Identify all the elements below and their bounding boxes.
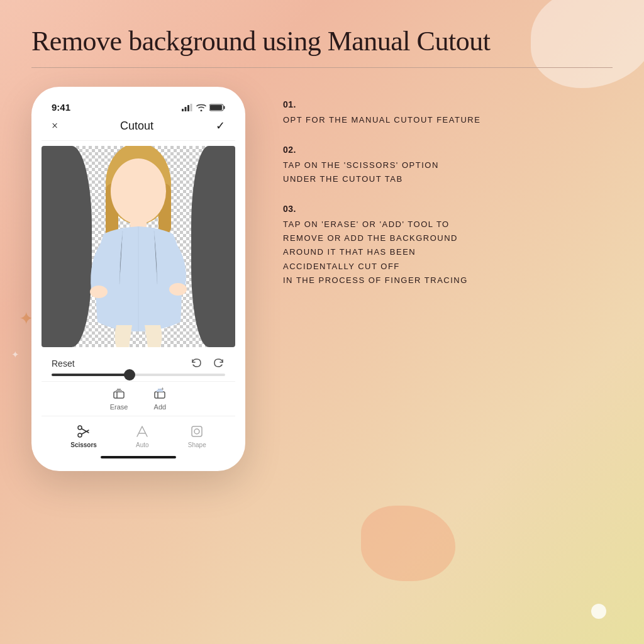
slider-track xyxy=(52,374,225,376)
erase-tool[interactable]: Erase xyxy=(110,387,128,411)
svg-text:+: + xyxy=(161,387,164,392)
svg-point-23 xyxy=(194,429,199,434)
slider-fill xyxy=(52,374,130,376)
phone-status-bar: 9:41 xyxy=(42,97,235,115)
svg-rect-5 xyxy=(224,106,225,109)
svg-rect-2 xyxy=(187,105,189,111)
instruction-3-text: TAP ON 'ERASE' OR 'ADD' TOOL TOREMOVE OR… xyxy=(283,218,613,287)
svg-rect-15 xyxy=(114,392,124,398)
instruction-1-text: OPT FOR THE MANUAL CUTOUT FEATURE xyxy=(283,113,613,127)
undo-redo-buttons xyxy=(190,357,225,370)
slider-thumb[interactable] xyxy=(124,369,135,380)
signal-icon xyxy=(182,104,193,111)
header-title: Cutout xyxy=(120,119,153,133)
auto-nav-label: Auto xyxy=(136,441,149,448)
page-title: Remove background using Manual Cutout xyxy=(31,25,613,57)
erase-add-tools: Erase + Add xyxy=(42,381,235,416)
phone-status-icons xyxy=(182,104,225,111)
instructions-panel: 01. OPT FOR THE MANUAL CUTOUT FEATURE 02… xyxy=(283,87,613,305)
instruction-1: 01. OPT FOR THE MANUAL CUTOUT FEATURE xyxy=(283,99,613,127)
erase-label: Erase xyxy=(110,403,128,411)
auto-nav-icon xyxy=(135,424,150,439)
redo-button[interactable] xyxy=(213,357,225,370)
auto-nav-item[interactable]: Auto xyxy=(135,424,150,448)
shape-nav-item[interactable]: Shape xyxy=(188,424,206,448)
reset-label[interactable]: Reset xyxy=(52,358,75,369)
svg-rect-6 xyxy=(210,105,222,110)
scissors-nav-label: Scissors xyxy=(70,441,97,448)
svg-rect-22 xyxy=(192,426,202,436)
phone-time: 9:41 xyxy=(52,102,70,113)
add-tool[interactable]: + Add xyxy=(153,387,167,411)
phone-mockup: 9:41 xyxy=(31,87,245,471)
scissors-nav-item[interactable]: Scissors xyxy=(70,424,97,448)
shape-nav-icon xyxy=(189,424,204,439)
svg-rect-0 xyxy=(182,109,184,111)
content-area: 9:41 xyxy=(31,87,613,471)
svg-rect-3 xyxy=(191,104,192,111)
title-divider xyxy=(31,67,613,68)
person-figure-svg xyxy=(79,146,198,347)
shape-nav-label: Shape xyxy=(188,441,206,448)
svg-rect-1 xyxy=(185,107,187,111)
scissors-nav-icon xyxy=(76,424,91,439)
phone-app-header: × Cutout ✓ xyxy=(42,115,235,141)
close-button[interactable]: × xyxy=(52,119,58,133)
home-indicator xyxy=(101,456,176,458)
erase-icon xyxy=(112,387,126,401)
brush-size-slider[interactable] xyxy=(42,372,235,381)
phone-bottom-nav: Scissors Auto Shape xyxy=(42,416,235,451)
wifi-icon xyxy=(196,104,206,111)
svg-point-14 xyxy=(169,283,187,296)
check-button[interactable]: ✓ xyxy=(216,119,225,133)
svg-point-13 xyxy=(90,286,108,298)
add-icon: + xyxy=(153,387,167,401)
battery-icon xyxy=(209,104,225,111)
undo-button[interactable] xyxy=(190,357,203,370)
svg-rect-16 xyxy=(155,392,165,398)
instruction-2-text: TAP ON THE 'SCISSORS' OPTIONUNDER THE CU… xyxy=(283,158,613,186)
person-image xyxy=(75,146,201,347)
svg-point-10 xyxy=(111,158,166,224)
instruction-1-number: 01. xyxy=(283,99,613,109)
page-container: Remove background using Manual Cutout 9:… xyxy=(0,0,644,644)
phone-reset-bar: Reset xyxy=(42,352,235,372)
add-label: Add xyxy=(154,403,167,411)
instruction-3: 03. TAP ON 'ERASE' OR 'ADD' TOOL TOREMOV… xyxy=(283,204,613,287)
phone-image-area xyxy=(42,146,235,347)
instruction-2: 02. TAP ON THE 'SCISSORS' OPTIONUNDER TH… xyxy=(283,145,613,186)
instruction-2-number: 02. xyxy=(283,145,613,155)
instruction-3-number: 03. xyxy=(283,204,613,214)
